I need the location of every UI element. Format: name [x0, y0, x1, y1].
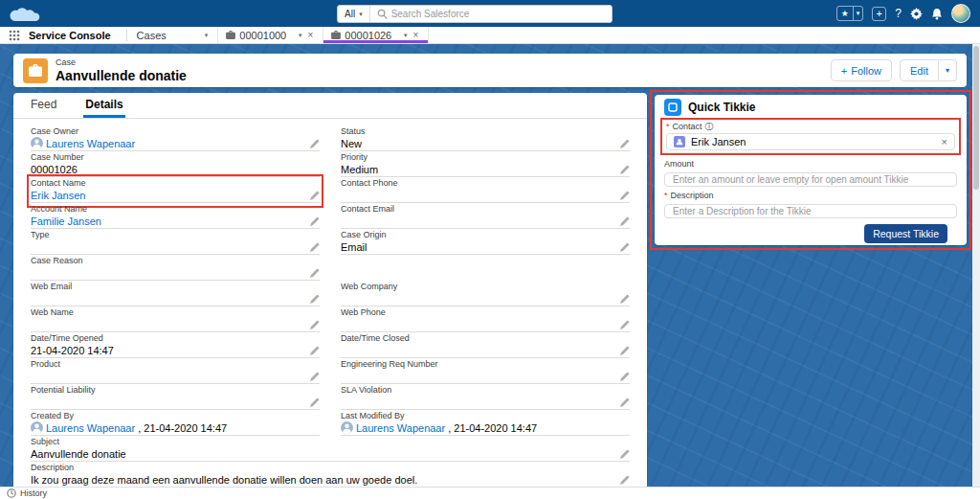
entity-label: Case	[56, 57, 187, 67]
follow-button-label: Follow	[851, 65, 881, 77]
search-scope-label: All	[345, 9, 355, 19]
more-actions-button[interactable]: ▾	[939, 59, 957, 81]
edit-field-icon[interactable]	[620, 475, 630, 485]
description-input[interactable]	[664, 204, 957, 218]
record-tabs: Feed Details	[13, 93, 647, 119]
edit-field-icon[interactable]	[620, 449, 630, 459]
edit-field-icon[interactable]	[620, 216, 630, 226]
edit-field-icon[interactable]	[620, 191, 630, 200]
field-label: Description	[31, 463, 630, 473]
search-scope-selector[interactable]: All ▾	[338, 6, 370, 22]
follow-button[interactable]: + Follow	[831, 59, 892, 81]
edit-field-icon[interactable]	[310, 139, 320, 148]
field-case-reason: Case Reason	[31, 256, 320, 282]
edit-field-icon[interactable]	[620, 320, 630, 329]
search-input[interactable]	[391, 9, 612, 19]
edit-field-icon[interactable]	[620, 346, 630, 355]
created-by-link[interactable]: Laurens Wapenaar	[46, 422, 135, 434]
field-label: Type	[31, 230, 320, 240]
edit-field-icon[interactable]	[310, 294, 320, 304]
field-label: Web Phone	[341, 307, 630, 318]
account-name-link[interactable]: Familie Jansen	[31, 215, 307, 227]
case-owner-link[interactable]: Laurens Wapenaar	[46, 138, 307, 149]
edit-field-icon[interactable]	[620, 139, 630, 148]
edit-field-icon[interactable]	[620, 242, 630, 252]
console-nav-bar: Service Console Cases ▾ 00001000 ▾ × 000…	[0, 27, 980, 44]
setup-gear-icon[interactable]	[910, 8, 923, 20]
history-utility-button[interactable]: History	[0, 488, 54, 499]
workspace-tab-00001026[interactable]: 00001026 ▾ ×	[323, 27, 429, 43]
field-label: Engineering Req Number	[341, 359, 630, 370]
utility-bar: History	[0, 487, 980, 499]
field-label: SLA Violation	[341, 385, 630, 396]
edit-field-icon[interactable]	[620, 165, 630, 174]
scrollbar-thumb[interactable]	[973, 46, 979, 190]
edit-field-icon[interactable]	[310, 268, 320, 278]
selected-contact-pill[interactable]: Erik Jansen ×	[666, 133, 955, 150]
field-label: Date/Time Closed	[341, 333, 630, 344]
field-label: Web Email	[31, 282, 320, 292]
field-label: Web Name	[31, 307, 320, 318]
field-status: Status New	[341, 126, 630, 152]
app-name: Service Console	[29, 27, 126, 43]
contact-icon	[674, 136, 685, 147]
remove-contact-icon[interactable]: ×	[942, 136, 947, 147]
close-tab-icon[interactable]: ×	[305, 30, 315, 40]
amount-input[interactable]	[664, 172, 957, 187]
field-label: Subject	[31, 437, 630, 447]
chevron-down-icon[interactable]: ▾	[299, 32, 302, 39]
edit-field-icon[interactable]	[310, 320, 320, 329]
last-modified-date: , 21-04-2020 14:47	[448, 422, 537, 434]
edit-field-icon[interactable]	[310, 346, 320, 355]
edit-field-icon[interactable]	[310, 397, 320, 407]
favorite-star-icon[interactable]: ★	[837, 7, 854, 20]
field-value: Email	[341, 241, 617, 253]
notifications-bell-icon[interactable]	[931, 8, 943, 20]
quick-tikkie-panel: Quick Tikkie * Contact ⓘ Erik Jansen × A	[655, 95, 967, 245]
annotation-box-quick-tikkie: Quick Tikkie * Contact ⓘ Erik Jansen × A	[650, 90, 971, 250]
plus-icon: +	[841, 65, 847, 77]
request-tikkie-button[interactable]: Request Tikkie	[864, 224, 947, 243]
chevron-down-icon[interactable]: ▾	[205, 32, 209, 39]
edit-field-icon[interactable]	[620, 294, 630, 304]
quick-tikkie-title: Quick Tikkie	[688, 101, 755, 114]
field-value: 21-04-2020 14:47	[31, 345, 307, 356]
selected-contact-name: Erik Jansen	[691, 136, 746, 147]
app-launcher-icon[interactable]	[0, 27, 29, 43]
chevron-down-icon[interactable]: ▾	[404, 32, 408, 39]
contact-name-link[interactable]: Erik Jansen	[31, 190, 307, 201]
help-icon[interactable]: ?	[895, 7, 902, 20]
field-created-by: Created By Laurens Wapenaar , 21-04-2020…	[31, 411, 320, 437]
global-actions-icon[interactable]: +	[872, 7, 886, 21]
field-label: Potential Liability	[31, 385, 320, 396]
field-label: Last Modified By	[341, 411, 630, 421]
object-tab-cases[interactable]: Cases ▾	[127, 27, 219, 43]
tab-details[interactable]: Details	[83, 98, 124, 118]
required-mark: *	[666, 122, 670, 132]
favorites-chevron-down-icon[interactable]: ▾	[854, 10, 863, 17]
edit-field-icon[interactable]	[620, 372, 630, 381]
last-modified-by-link[interactable]: Laurens Wapenaar	[356, 422, 445, 434]
field-label: Web Company	[341, 282, 630, 292]
record-title: Aanvullende donatie	[56, 68, 187, 83]
tab-feed[interactable]: Feed	[29, 98, 58, 118]
info-icon[interactable]: ⓘ	[705, 122, 714, 132]
edit-field-icon[interactable]	[620, 397, 630, 407]
edit-field-icon[interactable]	[310, 372, 320, 381]
field-case-owner: Case Owner Laurens Wapenaar	[31, 126, 320, 152]
edit-button[interactable]: Edit	[900, 59, 939, 81]
header-actions: ★ ▾ + ?	[836, 0, 970, 27]
edit-field-icon[interactable]	[310, 216, 320, 226]
user-avatar[interactable]	[951, 4, 970, 23]
record-detail-card: Feed Details Case Owner Laurens Wapenaar…	[13, 93, 647, 499]
created-date: , 21-04-2020 14:47	[138, 422, 227, 434]
edit-field-icon[interactable]	[310, 191, 320, 200]
salesforce-logo-icon	[10, 5, 40, 22]
favorites-control[interactable]: ★ ▾	[836, 6, 864, 21]
workspace-tab-00001000[interactable]: 00001000 ▾ ×	[218, 27, 323, 43]
edit-field-icon[interactable]	[310, 242, 320, 252]
field-label: Created By	[31, 411, 320, 421]
user-avatar-icon	[31, 421, 43, 434]
close-tab-icon[interactable]: ×	[411, 30, 420, 40]
field-contact-email: Contact Email	[341, 204, 630, 230]
